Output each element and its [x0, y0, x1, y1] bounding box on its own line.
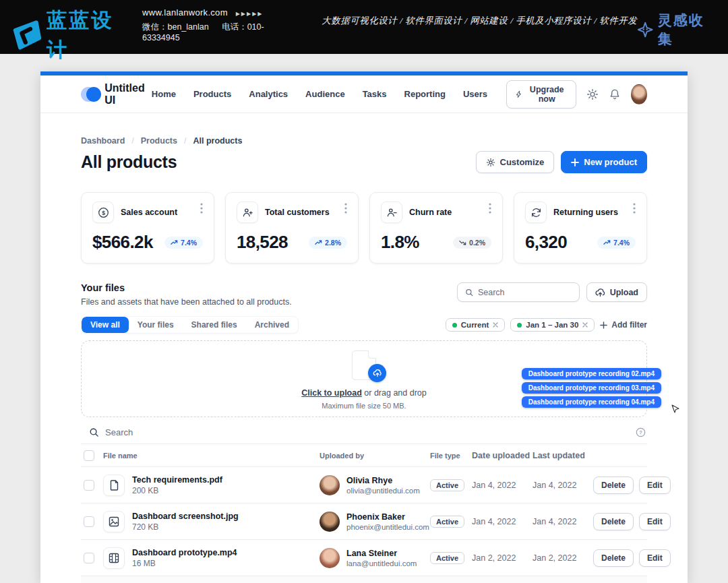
add-filter-button[interactable]: Add filter	[600, 320, 647, 330]
plus-icon	[600, 321, 607, 329]
last-updated: Jan 4, 2022	[533, 517, 593, 526]
column-file-type[interactable]: File type	[430, 452, 472, 460]
customize-button[interactable]: Customize	[476, 151, 555, 173]
trend-down-icon	[459, 240, 466, 245]
column-last-updated[interactable]: Last updated	[533, 451, 593, 460]
tab-archived[interactable]: Archived	[246, 317, 298, 333]
users-plus-icon	[237, 202, 258, 223]
tab-view-all[interactable]: View all	[82, 317, 129, 333]
upload-button[interactable]: Upload	[586, 282, 647, 302]
lanlan-logo-icon	[12, 20, 41, 50]
file-name[interactable]: Tech requirements.pdf	[132, 475, 222, 485]
uploader-email: olivia@untitledui.com	[346, 487, 420, 495]
delete-button[interactable]: Delete	[593, 549, 634, 567]
tab-your-files[interactable]: Your files	[129, 317, 183, 333]
banner-wechat: 微信：ben_lanlan	[142, 22, 209, 32]
notifications-bell-icon[interactable]	[609, 88, 621, 100]
banner-website[interactable]: www.lanlanwork.com	[142, 7, 228, 18]
uploading-file-pill[interactable]: Dashboard prototype recording 02.mp4	[522, 368, 661, 379]
dropzone-text: Click to upload or drag and drop	[301, 388, 427, 398]
kebab-menu-icon[interactable]	[489, 202, 491, 214]
nav-item-reporting[interactable]: Reporting	[404, 89, 446, 99]
upgrade-button[interactable]: Upgrade now	[506, 80, 576, 109]
row-checkbox[interactable]	[84, 516, 94, 527]
delete-button[interactable]: Delete	[593, 513, 634, 530]
select-all-checkbox[interactable]	[84, 450, 94, 461]
file-name[interactable]: Dashboard prototype.mp4	[132, 548, 237, 557]
kebab-menu-icon[interactable]	[633, 202, 636, 214]
filter-chip-date-range[interactable]: Jan 1 – Jan 30	[510, 318, 595, 332]
settings-gear-icon[interactable]	[586, 88, 599, 100]
new-product-button[interactable]: New product	[561, 151, 647, 173]
stat-label: Returning users	[553, 208, 618, 217]
user-avatar[interactable]	[631, 84, 647, 104]
edit-button[interactable]: Edit	[639, 513, 671, 530]
upload-dropzone[interactable]: Click to upload or drag and drop Maximum…	[81, 340, 647, 417]
files-search-input[interactable]	[457, 282, 580, 302]
trend-up-icon	[315, 240, 322, 245]
breadcrumb-dashboard[interactable]: Dashboard	[81, 136, 125, 146]
promo-banner: 蓝蓝设计 www.lanlanwork.com ▶▶▶▶▶ 微信：ben_lan…	[0, 0, 728, 54]
lanlan-logo-text: 蓝蓝设计	[47, 5, 130, 65]
sparkle-icon	[637, 21, 653, 38]
table-search-input[interactable]	[105, 427, 630, 437]
upload-cloud-icon	[595, 288, 605, 297]
lightning-icon	[516, 90, 522, 99]
breadcrumb-current: All products	[193, 136, 242, 146]
column-date-uploaded[interactable]: Date uploaded	[472, 451, 533, 460]
close-icon[interactable]	[493, 322, 498, 328]
table-row: Tech requirements.pdf 200 KB Olivia Rhye…	[81, 467, 647, 503]
status-badge: Active	[430, 516, 464, 528]
nav-item-audience[interactable]: Audience	[305, 89, 345, 99]
delete-button[interactable]: Delete	[593, 477, 634, 494]
uploader-email: phoenix@untitledui.com	[346, 523, 429, 531]
stat-cards: $ Sales account $566.2k 7.4%	[81, 192, 647, 264]
uploading-file-pill[interactable]: Dashboard prototype recording 03.mp4	[522, 382, 661, 394]
edit-button[interactable]: Edit	[639, 477, 671, 494]
status-badge: Active	[430, 552, 464, 564]
uploading-file-pill[interactable]: Dashboard prototype recording 04.mp4	[522, 396, 661, 408]
brand[interactable]: Untitled UI	[81, 82, 152, 106]
kebab-menu-icon[interactable]	[200, 202, 203, 214]
row-checkbox[interactable]	[84, 553, 94, 563]
banner-collect[interactable]: 灵感收集	[637, 5, 716, 49]
nav-item-analytics[interactable]: Analytics	[249, 89, 288, 99]
kebab-menu-icon[interactable]	[344, 202, 347, 214]
plus-icon	[571, 158, 579, 166]
edit-button[interactable]: Edit	[639, 549, 671, 567]
svg-text:?: ?	[639, 429, 642, 435]
banner-services: 大数据可视化设计 / 软件界面设计 / 网站建设 / 手机及小程序设计 / 软件…	[322, 5, 637, 27]
date-uploaded: Jan 4, 2022	[472, 517, 533, 526]
banner-arrows: ▶▶▶▶▶	[236, 11, 264, 17]
row-checkbox[interactable]	[84, 480, 94, 491]
uploader-name: Olivia Rhye	[346, 476, 420, 485]
column-uploaded-by[interactable]: Uploaded by	[320, 452, 430, 460]
nav-item-tasks[interactable]: Tasks	[363, 89, 387, 99]
uploader-name: Lana Steiner	[346, 549, 417, 558]
nav-item-users[interactable]: Users	[463, 89, 487, 99]
last-updated: Jan 2, 2022	[533, 553, 593, 563]
file-document-icon	[103, 474, 125, 496]
stat-card-total-customers: Total customers 18,528 2.8%	[225, 192, 359, 264]
table-header: File name Uploaded by File type Date upl…	[81, 444, 647, 467]
breadcrumb: Dashboard / Products / All products	[81, 136, 647, 146]
avatar	[320, 512, 340, 532]
files-section-subtitle: Files and assets that have been attached…	[81, 297, 292, 307]
banner-collect-label: 灵感收集	[658, 11, 716, 49]
file-name[interactable]: Dashboard screenshot.jpg	[132, 512, 239, 521]
close-icon[interactable]	[582, 322, 588, 328]
trend-up-icon	[603, 240, 611, 245]
help-icon[interactable]: ?	[636, 427, 646, 437]
click-to-upload-link[interactable]: Click to upload	[301, 388, 362, 398]
tab-shared-files[interactable]: Shared files	[183, 317, 246, 333]
table-row: Dashboard prototype.mp4 16 MB Lana Stein…	[81, 540, 647, 576]
breadcrumb-products[interactable]: Products	[141, 136, 177, 146]
nav-item-products[interactable]: Products	[193, 89, 231, 99]
file-image-icon	[103, 511, 125, 532]
column-file-name[interactable]: File name	[103, 452, 138, 460]
stat-value: $566.2k	[92, 232, 153, 253]
nav-item-home[interactable]: Home	[152, 89, 176, 99]
filter-chip-current[interactable]: Current	[446, 318, 506, 332]
date-uploaded: Jan 4, 2022	[472, 481, 533, 490]
table-search-bar[interactable]: ?	[81, 424, 647, 444]
